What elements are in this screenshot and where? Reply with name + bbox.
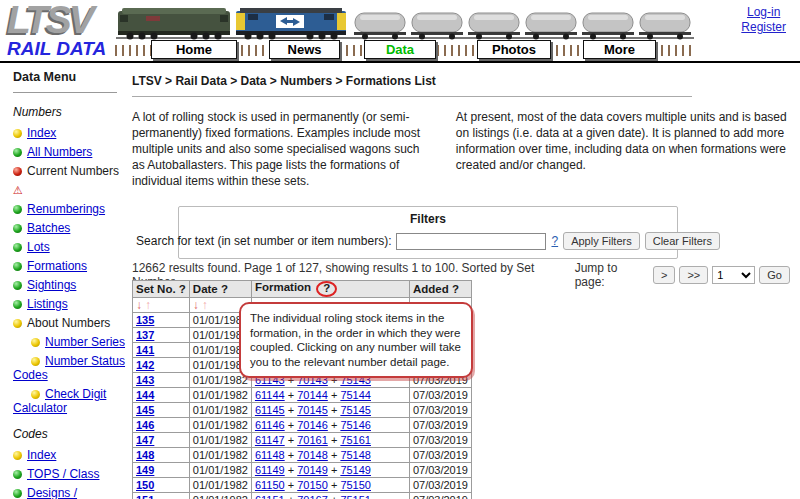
sidebar-link-number-status-codes[interactable]: Number Status Codes: [13, 354, 125, 382]
formation-number-link[interactable]: 61146: [255, 419, 285, 431]
formation-number-link[interactable]: 61144: [255, 389, 285, 401]
sidebar-link-batches[interactable]: Batches: [27, 221, 70, 235]
formation-cell: 61146 + 70146 + 75146: [251, 418, 409, 433]
formation-cell: 61150 + 70150 + 75150: [251, 478, 409, 493]
annotation-circle-help-icon[interactable]: ?: [316, 281, 337, 297]
column-header-date[interactable]: Date ?: [189, 281, 251, 298]
set-number-cell: 151: [133, 493, 190, 499]
formation-number-link[interactable]: 61149: [255, 464, 285, 476]
formation-cell: 61145 + 70145 + 75145: [251, 403, 409, 418]
column-header-formation[interactable]: Formation ?: [251, 281, 409, 298]
sidebar-section-header-numbers: Numbers: [13, 105, 127, 119]
clear-filters-button[interactable]: Clear Filters: [645, 232, 720, 250]
page-select[interactable]: 1: [712, 266, 755, 284]
sort-descending-icon[interactable]: ↓: [193, 298, 199, 312]
sidebar-link-sightings[interactable]: Sightings: [27, 278, 76, 292]
sidebar-link-number-series[interactable]: Number Series: [45, 335, 125, 349]
set-number-cell: 143: [133, 373, 190, 388]
column-header-added[interactable]: Added ?: [409, 281, 471, 298]
set-number-link[interactable]: 135: [136, 314, 154, 326]
last-page-button[interactable]: >>: [679, 266, 708, 284]
set-number-link[interactable]: 147: [136, 434, 154, 446]
formation-number-link[interactable]: 61145: [255, 404, 285, 416]
set-number-link[interactable]: 137: [136, 329, 154, 341]
sort-ascending-icon[interactable]: ↑: [145, 298, 151, 312]
set-number-link[interactable]: 148: [136, 449, 154, 461]
formation-number-link[interactable]: 75145: [340, 404, 371, 416]
sidebar-link-index[interactable]: Index: [27, 126, 56, 140]
sort-ascending-icon[interactable]: ↑: [202, 298, 208, 312]
set-number-link[interactable]: 144: [136, 389, 154, 401]
main-content: LTSV > Rail Data > Data > Numbers > Form…: [132, 68, 792, 499]
sidebar-link-tops-class[interactable]: TOPS / Class: [27, 467, 99, 481]
set-number-link[interactable]: 141: [136, 344, 154, 356]
set-number-cell: 145: [133, 403, 190, 418]
formation-number-link[interactable]: 75150: [340, 479, 371, 491]
added-cell: 07/03/2019: [409, 433, 471, 448]
formation-number-link[interactable]: 70161: [297, 434, 328, 446]
set-number-link[interactable]: 151: [136, 494, 154, 499]
formation-number-link[interactable]: 61147: [255, 434, 285, 446]
formation-number-link[interactable]: 75144: [340, 389, 371, 401]
formation-number-link[interactable]: 75161: [340, 434, 371, 446]
sidebar-link-index[interactable]: Index: [27, 448, 56, 462]
sidebar-link-listings[interactable]: Listings: [27, 297, 68, 311]
formation-number-link[interactable]: 61150: [255, 479, 285, 491]
sidebar-text-current-numbers: Current Numbers: [27, 164, 119, 178]
sidebar-item-listings: Listings: [13, 297, 127, 311]
sort-descending-icon[interactable]: ↓: [136, 298, 142, 312]
sidebar-link-all-numbers[interactable]: All Numbers: [27, 145, 92, 159]
formation-number-link[interactable]: 75148: [340, 449, 371, 461]
nav-photos[interactable]: Photos: [477, 40, 551, 59]
sidebar-link-designs-diagrams[interactable]: Designs / Diagrams: [13, 486, 77, 499]
yellow-bullet-icon: [13, 451, 22, 460]
apply-filters-button[interactable]: Apply Filters: [563, 232, 640, 250]
sidebar-link-lots[interactable]: Lots: [27, 240, 50, 254]
formation-number-link[interactable]: 75146: [340, 419, 371, 431]
formation-number-link[interactable]: 61148: [255, 449, 285, 461]
search-input[interactable]: [396, 233, 546, 250]
formation-number-link[interactable]: 70167: [297, 494, 328, 499]
nav-data[interactable]: Data: [364, 40, 436, 59]
set-number-link[interactable]: 150: [136, 479, 154, 491]
formation-number-link[interactable]: 70150: [297, 479, 328, 491]
formation-number-link[interactable]: 70148: [297, 449, 328, 461]
formation-number-link[interactable]: 70149: [297, 464, 328, 476]
set-number-link[interactable]: 149: [136, 464, 154, 476]
set-number-link[interactable]: 142: [136, 359, 154, 371]
go-button[interactable]: Go: [759, 266, 790, 284]
formation-number-link[interactable]: 61151: [255, 494, 285, 499]
green-bullet-icon: [13, 205, 22, 214]
yellow-bullet-icon: [31, 357, 40, 366]
next-page-button[interactable]: >: [653, 266, 675, 284]
green-locomotive-icon: [118, 8, 230, 40]
register-link[interactable]: Register: [741, 20, 786, 35]
formation-number-link[interactable]: 75149: [340, 464, 371, 476]
added-cell: 07/03/2019: [409, 463, 471, 478]
set-number-link[interactable]: 143: [136, 374, 154, 386]
sidebar-link-formations[interactable]: Formations: [27, 259, 87, 273]
set-number-cell: 146: [133, 418, 190, 433]
set-number-link[interactable]: 145: [136, 404, 154, 416]
login-link[interactable]: Log-in: [741, 5, 786, 20]
date-cell: 01/01/1982: [189, 433, 251, 448]
nav-news[interactable]: News: [269, 40, 340, 59]
formation-cell: 61149 + 70149 + 75149: [251, 463, 409, 478]
date-cell: 01/01/1982: [189, 463, 251, 478]
search-help-link[interactable]: ?: [551, 234, 558, 248]
set-number-cell: 135: [133, 313, 190, 328]
nav-home[interactable]: Home: [151, 40, 237, 59]
set-number-link[interactable]: 146: [136, 419, 154, 431]
formation-number-link[interactable]: 70146: [297, 419, 328, 431]
formation-number-link[interactable]: 75151: [340, 494, 371, 499]
sidebar-link-check-digit-calculator[interactable]: Check Digit Calculator: [13, 387, 106, 415]
sidebar-item-warning: ⚠: [13, 183, 127, 197]
green-bullet-icon: [13, 224, 22, 233]
date-cell: 01/01/1982: [189, 478, 251, 493]
column-header-set-no[interactable]: Set No. ?: [133, 281, 190, 298]
formation-number-link[interactable]: 70145: [297, 404, 328, 416]
nav-more[interactable]: More: [583, 40, 656, 59]
sidebar-link-renumberings[interactable]: Renumberings: [27, 202, 105, 216]
sidebar-item-lots: Lots: [13, 240, 127, 254]
formation-number-link[interactable]: 70144: [297, 389, 328, 401]
